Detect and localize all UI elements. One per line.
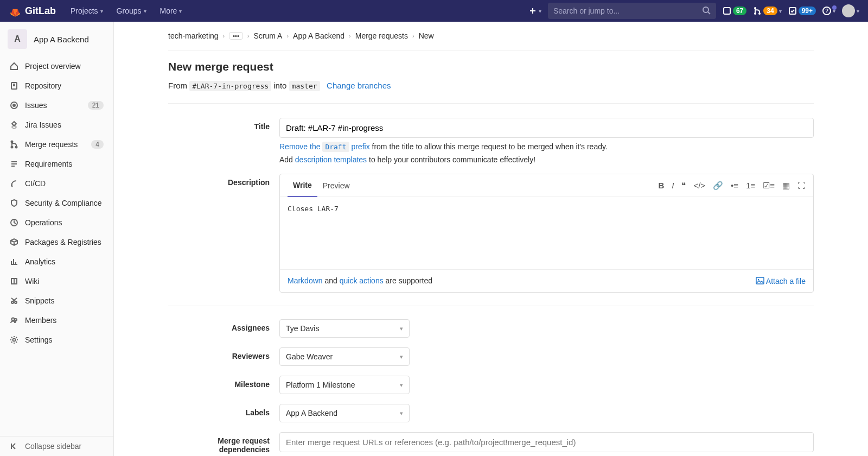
members-icon [10,316,18,325]
svg-point-19 [13,339,16,341]
link-icon[interactable]: 🔗 [713,181,723,191]
sidebar-item-security-compliance[interactable]: Security & Compliance [0,193,113,213]
help-menu[interactable]: ? ▾ [822,7,835,15]
sidebar-item-members[interactable]: Members [0,311,113,330]
crumb-ellipsis[interactable]: ••• [229,32,243,40]
svg-point-11 [11,141,13,143]
deps-input[interactable] [279,432,814,452]
plus-menu[interactable]: ▾ [528,7,541,15]
task-icon[interactable]: ☑≡ [763,181,775,191]
labels-select[interactable]: App A Backend▾ [279,404,410,422]
description-label: Description [168,174,279,187]
breadcrumb: tech-marketing› •••› Scrum A› App A Back… [168,22,814,50]
shield-icon [10,199,18,207]
wiki-icon [10,277,18,286]
svg-point-0 [703,7,709,12]
milestone-select[interactable]: Platform 1 Milestone▾ [279,376,410,394]
nav-more[interactable]: More ▾ [155,7,188,15]
sidebar-item-issues[interactable]: Issues21 [0,96,113,115]
assignees-select[interactable]: Tye Davis▾ [279,319,410,338]
attach-file-link[interactable]: Attach a file [756,276,806,286]
svg-point-4 [758,12,761,15]
crumb-l1[interactable]: Scrum A [254,31,283,40]
todo-icon [788,7,797,15]
svg-point-12 [11,147,13,148]
svg-point-2 [754,7,756,9]
code-icon[interactable]: </> [693,181,705,191]
sidebar-item-operations[interactable]: Operations [0,213,113,232]
sidebar-item-requirements[interactable]: Requirements [0,154,113,174]
remove-draft-link[interactable]: Remove the Draft prefix [279,142,370,151]
sidebar-item-jira-issues[interactable]: Jira Issues [0,115,113,135]
sidebar-item-settings[interactable]: Settings [0,330,113,350]
fullscreen-icon[interactable]: ⛶ [797,181,806,191]
markdown-help-link[interactable]: Markdown [288,276,323,285]
req-icon [10,160,18,168]
sidebar-item-label: Settings [25,335,53,344]
global-search[interactable] [548,3,716,19]
top-navbar: GitLab Projects ▾ Groups ▾ More ▾ ▾ 67 3… [0,0,868,22]
nav-groups[interactable]: Groups ▾ [111,7,152,15]
sidebar-item-wiki[interactable]: Wiki [0,271,113,291]
description-templates-link[interactable]: description templates [295,155,367,164]
sidebar-item-label: Members [25,316,56,325]
main-content: tech-marketing› •••› Scrum A› App A Back… [114,22,868,456]
sidebar-badge: 21 [88,101,104,110]
ol-icon[interactable]: 1≡ [746,181,755,191]
sidebar-item-label: Project overview [25,62,81,71]
sidebar-item-analytics[interactable]: Analytics [0,252,113,271]
gitlab-logo[interactable]: GitLab [9,4,56,17]
project-sidebar: A App A Backend Project overviewReposito… [0,22,114,456]
sidebar-item-project-overview[interactable]: Project overview [0,56,113,76]
sidebar-item-label: Snippets [25,296,54,305]
reviewers-select[interactable]: Gabe Weaver▾ [279,347,410,366]
snip-icon [10,296,18,305]
issues-counter[interactable]: 67 [723,7,746,15]
sidebar-item-label: Requirements [25,160,72,168]
bold-icon[interactable]: B [658,181,664,191]
project-header[interactable]: A App A Backend [0,22,113,56]
assignees-label: Assignees [168,319,279,332]
search-input[interactable] [553,7,702,15]
crumb-root[interactable]: tech-marketing [168,31,219,40]
title-label: Title [168,118,279,131]
description-textarea[interactable] [280,197,813,268]
sidebar-item-repository[interactable]: Repository [0,76,113,96]
crumb-l2[interactable]: App A Backend [293,31,344,40]
svg-point-17 [12,318,15,321]
nav-projects[interactable]: Projects ▾ [65,7,108,15]
sidebar-item-packages-registries[interactable]: Packages & Registries [0,232,113,252]
description-editor: Write Preview B I ❝ </> 🔗 •≡ 1≡ ☑≡ [279,174,814,293]
image-icon [756,276,764,285]
collapse-sidebar[interactable]: Collapse sidebar [0,436,113,456]
crumb-l3[interactable]: Merge requests [355,31,408,40]
sidebar-item-label: Operations [25,218,62,227]
svg-point-3 [754,12,756,15]
sidebar-badge: 4 [91,140,104,149]
mr-counter[interactable]: 34 ▾ [753,7,781,15]
quick-actions-link[interactable]: quick actions [340,276,384,285]
svg-point-13 [16,147,17,148]
sidebar-item-merge-requests[interactable]: Merge requests4 [0,135,113,154]
collapse-icon [10,442,18,451]
sidebar-item-snippets[interactable]: Snippets [0,291,113,311]
deps-label: Merge requestdependencies [168,432,279,454]
tab-write[interactable]: Write [288,174,317,197]
sidebar-item-ci-cd[interactable]: CI/CD [0,174,113,193]
table-icon[interactable]: ▦ [782,181,790,191]
tab-preview[interactable]: Preview [317,175,355,197]
quote-icon[interactable]: ❝ [681,181,686,191]
cicd-icon [10,179,18,188]
issues-icon [10,101,18,110]
sidebar-item-label: Packages & Registries [25,238,101,246]
ul-icon[interactable]: •≡ [731,181,738,191]
svg-point-18 [15,319,17,321]
labels-label: Labels [168,404,279,417]
todos-counter[interactable]: 99+ [788,7,816,15]
milestone-label: Milestone [168,376,279,389]
user-menu[interactable]: ▾ [842,4,859,17]
title-input[interactable] [279,118,814,138]
crumb-current: New [419,31,434,40]
italic-icon[interactable]: I [672,181,674,191]
change-branches-link[interactable]: Change branches [327,81,391,90]
